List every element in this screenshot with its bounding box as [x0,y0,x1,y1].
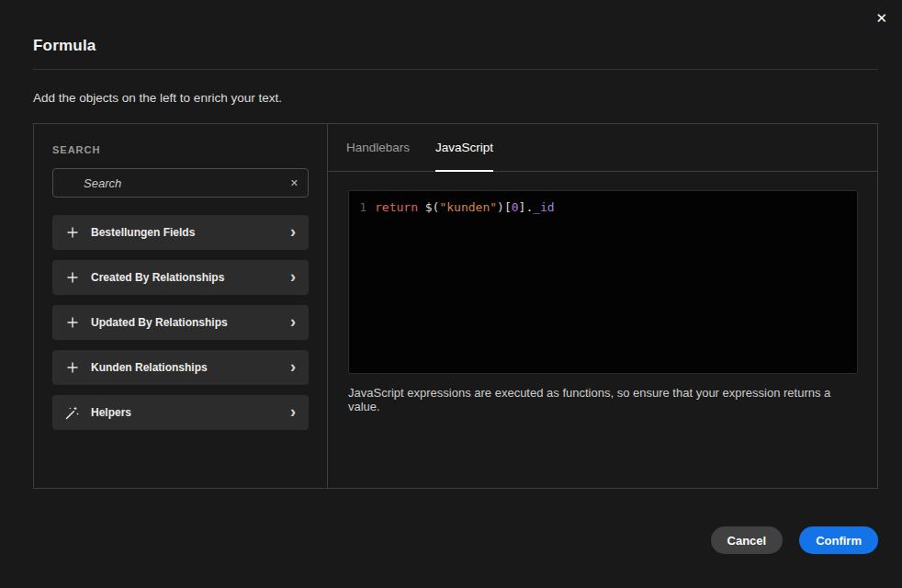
code-token-plain: )[ [497,200,512,214]
object-list-item[interactable]: Kunden Relationships › [52,350,309,385]
code-token-property: _id [533,200,554,214]
search-input[interactable] [84,176,284,190]
code-row: 1 return $("kunden")[0]._id [349,199,857,216]
code-token-plain: ]. [519,200,534,214]
object-list-item-label: Helpers [91,406,279,419]
object-list-item-label: Created By Relationships [91,271,279,284]
formula-modal: ✕ Formula Add the objects on the left to… [0,0,902,588]
footer-actions: Cancel Confirm [711,526,878,554]
code-token-number: 0 [512,200,519,214]
chevron-right-icon: › [290,223,296,243]
code-token-keyword: return [375,200,418,214]
object-list-item-label: Bestellungen Fields [91,226,279,239]
confirm-button[interactable]: Confirm [799,526,878,554]
chevron-right-icon: › [290,268,296,288]
search-label: SEARCH [52,144,309,155]
objects-sidebar: SEARCH ✕ [34,124,328,488]
binding-panel: SEARCH ✕ [33,123,878,489]
cancel-button[interactable]: Cancel [711,526,784,554]
object-list: Bestellungen Fields › Created By Relatio… [52,215,309,430]
object-list-item[interactable]: Helpers › [52,395,309,430]
line-number: 1 [349,199,375,216]
object-list-item[interactable]: Created By Relationships › [52,260,309,295]
chevron-right-icon: › [290,403,296,423]
plus-icon [65,225,80,240]
modal-subtitle: Add the objects on the left to enrich yo… [33,91,878,105]
code-token-plain: $( [418,200,439,214]
object-list-item[interactable]: Bestellungen Fields › [52,215,309,250]
tab-handlebars[interactable]: Handlebars [346,124,410,171]
editor-hint: JavaScript expressions are executed as f… [348,386,858,413]
wand-icon [65,405,80,420]
close-icon[interactable]: ✕ [875,11,887,25]
chevron-right-icon: › [290,358,296,378]
plus-icon [65,315,80,330]
plus-icon [65,270,80,285]
code-token-string: "kunden" [439,200,497,214]
editor-pane: HandlebarsJavaScript 1 return $("kunden"… [328,124,877,488]
plus-icon [65,360,80,375]
search-box: ✕ [52,168,309,198]
object-list-item-label: Kunden Relationships [91,361,279,374]
clear-search-icon[interactable]: ✕ [290,178,299,188]
editor-tabs: HandlebarsJavaScript [328,124,877,172]
object-list-item[interactable]: Updated By Relationships › [52,305,309,340]
search-icon [62,175,77,190]
object-list-item-label: Updated By Relationships [91,316,279,329]
chevron-right-icon: › [290,313,296,333]
tab-javascript[interactable]: JavaScript [435,124,493,171]
modal-title: Formula [33,0,878,55]
code-editor[interactable]: 1 return $("kunden")[0]._id [348,190,858,374]
title-divider [33,69,878,70]
code-line: return $("kunden")[0]._id [375,199,555,216]
